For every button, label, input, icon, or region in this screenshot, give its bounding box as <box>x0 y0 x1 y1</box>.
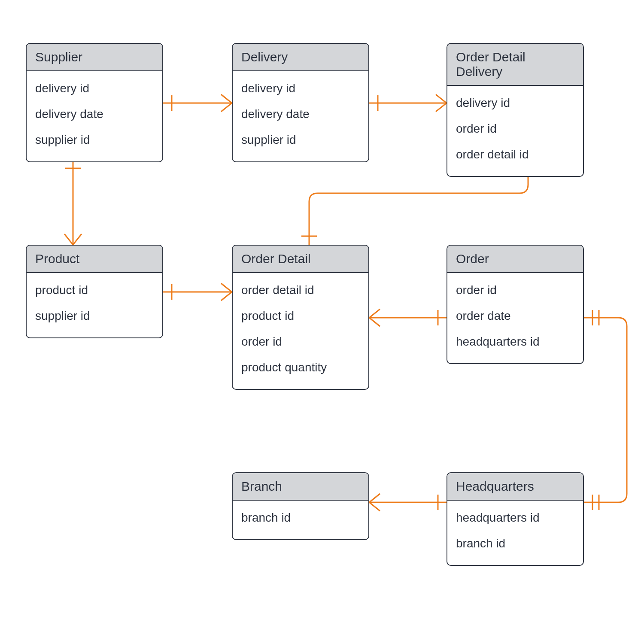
entity-attr: delivery id <box>241 76 360 101</box>
entity-attr: order id <box>456 116 574 142</box>
entity-attrs: delivery id order id order detail id <box>447 86 583 176</box>
entity-attr: delivery id <box>456 90 574 116</box>
entity-attr: order id <box>456 277 574 303</box>
entity-attr: branch id <box>241 505 360 531</box>
entity-attr: supplier id <box>241 127 360 153</box>
entity-attr: delivery date <box>241 101 360 127</box>
entity-attr: order detail id <box>241 277 360 303</box>
entity-delivery[interactable]: Delivery delivery id delivery date suppl… <box>232 43 369 162</box>
entity-attr: product id <box>241 303 360 329</box>
entity-title: Order Detail Delivery <box>447 44 583 86</box>
entity-attrs: delivery id delivery date supplier id <box>233 71 368 161</box>
svg-line-5 <box>436 94 447 103</box>
entity-attr: delivery id <box>35 76 154 101</box>
entity-attr: order id <box>241 329 360 355</box>
svg-line-14 <box>221 292 232 301</box>
entity-supplier[interactable]: Supplier delivery id delivery date suppl… <box>26 43 163 162</box>
entity-headquarters[interactable]: Headquarters headquarters id branch id <box>447 472 584 566</box>
entity-product[interactable]: Product product id supplier id <box>26 245 163 338</box>
entity-attr: order detail id <box>456 142 574 167</box>
entity-attr: supplier id <box>35 303 154 329</box>
entity-order-detail-delivery[interactable]: Order Detail Delivery delivery id order … <box>447 43 584 177</box>
entity-attr: product quantity <box>241 355 360 380</box>
svg-line-2 <box>221 103 232 112</box>
svg-line-6 <box>436 103 447 112</box>
svg-line-17 <box>369 309 380 318</box>
entity-title: Product <box>27 246 162 273</box>
svg-line-1 <box>221 94 232 103</box>
entity-attrs: headquarters id branch id <box>447 501 583 565</box>
entity-title: Branch <box>233 473 368 501</box>
entity-branch[interactable]: Branch branch id <box>232 472 369 540</box>
entity-title: Order <box>447 246 583 273</box>
svg-line-13 <box>221 283 232 292</box>
svg-line-10 <box>73 234 82 245</box>
entity-order-detail[interactable]: Order Detail order detail id product id … <box>232 245 369 390</box>
entity-attrs: delivery id delivery date supplier id <box>27 71 162 161</box>
entity-title: Headquarters <box>447 473 583 501</box>
entity-attrs: order id order date headquarters id <box>447 273 583 363</box>
entity-title: Supplier <box>27 44 162 71</box>
svg-line-9 <box>64 234 73 245</box>
entity-attr: delivery date <box>35 101 154 127</box>
entity-order[interactable]: Order order id order date headquarters i… <box>447 245 584 364</box>
entity-title: Order Detail <box>233 246 368 273</box>
svg-line-18 <box>369 318 380 326</box>
entity-attr: headquarters id <box>456 329 574 355</box>
entity-attr: branch id <box>456 531 574 556</box>
entity-title: Delivery <box>233 44 368 71</box>
entity-attrs: product id supplier id <box>27 273 162 337</box>
svg-line-28 <box>369 494 380 502</box>
entity-attr: headquarters id <box>456 505 574 531</box>
entity-attr: supplier id <box>35 127 154 153</box>
er-diagram-canvas: Supplier delivery id delivery date suppl… <box>0 0 644 644</box>
entity-attr: order date <box>456 303 574 329</box>
entity-attr: product id <box>35 277 154 303</box>
entity-attrs: branch id <box>233 501 368 539</box>
svg-line-29 <box>369 502 380 511</box>
entity-attrs: order detail id product id order id prod… <box>233 273 368 389</box>
